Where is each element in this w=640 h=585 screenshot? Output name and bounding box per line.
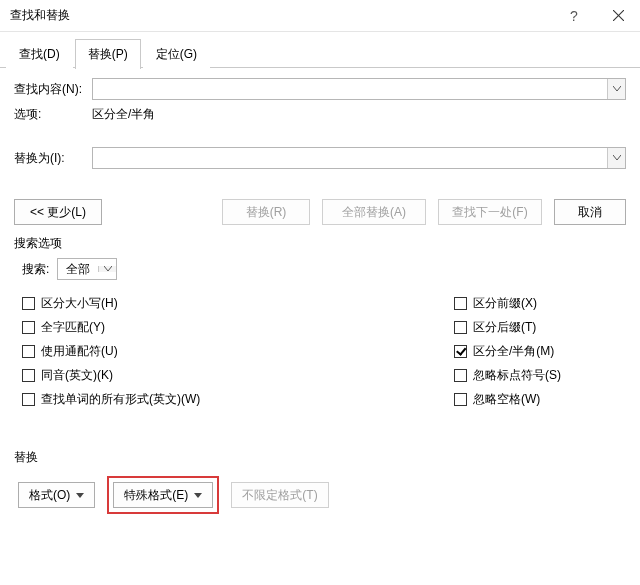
window-title: 查找和替换 <box>10 7 552 24</box>
checkbox-all-word-forms[interactable]: 查找单词的所有形式(英文)(W) <box>22 391 446 408</box>
replace-with-label: 替换为(I): <box>14 150 92 167</box>
search-direction-value: 全部 <box>58 261 98 278</box>
checkbox-icon <box>22 345 35 358</box>
special-format-button[interactable]: 特殊格式(E) <box>113 482 213 508</box>
less-button[interactable]: << 更少(L) <box>14 199 102 225</box>
checkbox-icon <box>22 393 35 406</box>
replace-input-text[interactable] <box>93 148 607 168</box>
checkbox-icon <box>454 297 467 310</box>
chevron-down-icon <box>613 155 621 161</box>
checkbox-icon <box>22 369 35 382</box>
chevron-down-icon <box>104 266 112 272</box>
title-bar: 查找和替换 ? <box>0 0 640 32</box>
checkbox-icon <box>22 321 35 334</box>
dropdown-triangle-icon <box>194 493 202 498</box>
checkbox-icon <box>454 369 467 382</box>
checkbox-full-half-width[interactable]: 区分全/半角(M) <box>454 343 626 360</box>
options-label: 选项: <box>14 106 92 123</box>
find-input-text[interactable] <box>93 79 607 99</box>
find-input[interactable] <box>92 78 626 100</box>
cancel-button[interactable]: 取消 <box>554 199 626 225</box>
help-button[interactable]: ? <box>552 0 596 32</box>
no-formatting-button[interactable]: 不限定格式(T) <box>231 482 328 508</box>
replace-input[interactable] <box>92 147 626 169</box>
tab-replace[interactable]: 替换(P) <box>75 39 141 69</box>
checkbox-icon <box>454 321 467 334</box>
checkbox-ignore-punctuation[interactable]: 忽略标点符号(S) <box>454 367 626 384</box>
replace-dropdown-button[interactable] <box>607 148 625 168</box>
format-button[interactable]: 格式(O) <box>18 482 95 508</box>
checkbox-match-case[interactable]: 区分大小写(H) <box>22 295 446 312</box>
tab-find[interactable]: 查找(D) <box>6 39 73 69</box>
find-label: 查找内容(N): <box>14 81 92 98</box>
tab-goto[interactable]: 定位(G) <box>143 39 210 69</box>
close-button[interactable] <box>596 0 640 32</box>
tab-strip: 查找(D) 替换(P) 定位(G) <box>0 32 640 68</box>
special-format-highlight: 特殊格式(E) <box>107 476 219 514</box>
find-next-button[interactable]: 查找下一处(F) <box>438 199 542 225</box>
checkbox-icon <box>454 345 467 358</box>
close-icon <box>613 10 624 21</box>
replace-all-button[interactable]: 全部替换(A) <box>322 199 426 225</box>
checkbox-icon <box>454 393 467 406</box>
checkbox-ignore-whitespace[interactable]: 忽略空格(W) <box>454 391 626 408</box>
search-options-title: 搜索选项 <box>14 235 626 252</box>
checkbox-wildcards[interactable]: 使用通配符(U) <box>22 343 446 360</box>
replace-section-title: 替换 <box>14 449 626 466</box>
checkbox-sounds-like[interactable]: 同音(英文)(K) <box>22 367 446 384</box>
checkbox-icon <box>22 297 35 310</box>
checkbox-match-prefix[interactable]: 区分前缀(X) <box>454 295 626 312</box>
options-value: 区分全/半角 <box>92 106 155 123</box>
search-direction-dropdown[interactable] <box>98 266 116 272</box>
checkbox-match-suffix[interactable]: 区分后缀(T) <box>454 319 626 336</box>
dropdown-triangle-icon <box>76 493 84 498</box>
search-direction-label: 搜索: <box>22 261 49 278</box>
find-dropdown-button[interactable] <box>607 79 625 99</box>
checkbox-whole-word[interactable]: 全字匹配(Y) <box>22 319 446 336</box>
search-direction-select[interactable]: 全部 <box>57 258 117 280</box>
replace-button[interactable]: 替换(R) <box>222 199 310 225</box>
chevron-down-icon <box>613 86 621 92</box>
